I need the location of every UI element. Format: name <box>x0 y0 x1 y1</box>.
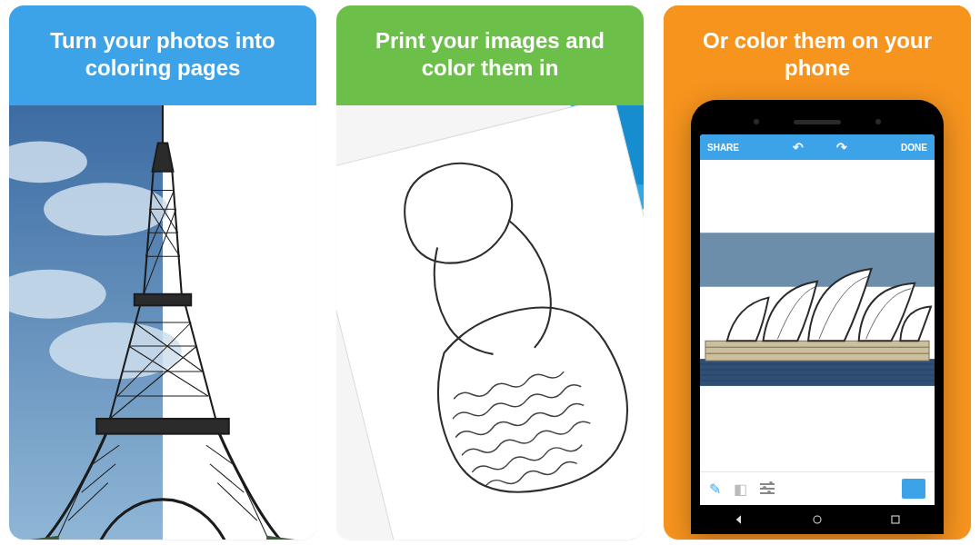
share-button[interactable]: SHARE <box>707 143 739 153</box>
promo-card-2-title: Print your images and color them in <box>336 5 644 105</box>
promo-card-1-image <box>9 105 316 540</box>
coloring-canvas[interactable] <box>700 160 935 471</box>
promo-card-2: Print your images and color them in <box>336 5 644 540</box>
phone-screen: SHARE ↶ ↷ DONE <box>700 134 935 534</box>
color-swatch[interactable] <box>902 479 925 499</box>
android-nav-bar <box>700 505 935 534</box>
app-bottom-toolbar: ✎ ◧ <box>700 471 935 505</box>
promo-card-3-title: Or color them on your phone <box>664 5 971 91</box>
android-home-icon[interactable] <box>810 512 825 527</box>
redo-icon[interactable]: ↷ <box>836 140 847 154</box>
svg-rect-51 <box>892 516 899 523</box>
svg-point-50 <box>814 516 821 523</box>
promo-card-1: Turn your photos into coloring pages <box>9 5 316 540</box>
eraser-icon[interactable]: ◧ <box>734 481 747 498</box>
pencil-icon[interactable]: ✎ <box>709 481 721 498</box>
svg-rect-42 <box>700 359 935 386</box>
svg-rect-47 <box>705 341 929 361</box>
android-recents-icon[interactable] <box>888 512 903 527</box>
phone-mockup: SHARE ↶ ↷ DONE <box>664 91 971 540</box>
app-top-bar: SHARE ↶ ↷ DONE <box>700 134 935 160</box>
phone-sensors <box>700 116 935 127</box>
screenshot-carousel: Turn your photos into coloring pages <box>0 0 980 545</box>
android-back-icon[interactable] <box>732 512 746 527</box>
promo-card-3: Or color them on your phone SHARE ↶ ↷ D <box>664 5 971 540</box>
promo-card-1-title: Turn your photos into coloring pages <box>9 5 316 105</box>
phone-frame: SHARE ↶ ↷ DONE <box>691 100 944 534</box>
svg-rect-41 <box>700 233 935 287</box>
sliders-icon[interactable] <box>760 481 775 496</box>
done-button[interactable]: DONE <box>901 143 927 153</box>
undo-icon[interactable]: ↶ <box>793 140 804 154</box>
promo-card-2-image <box>336 105 644 540</box>
